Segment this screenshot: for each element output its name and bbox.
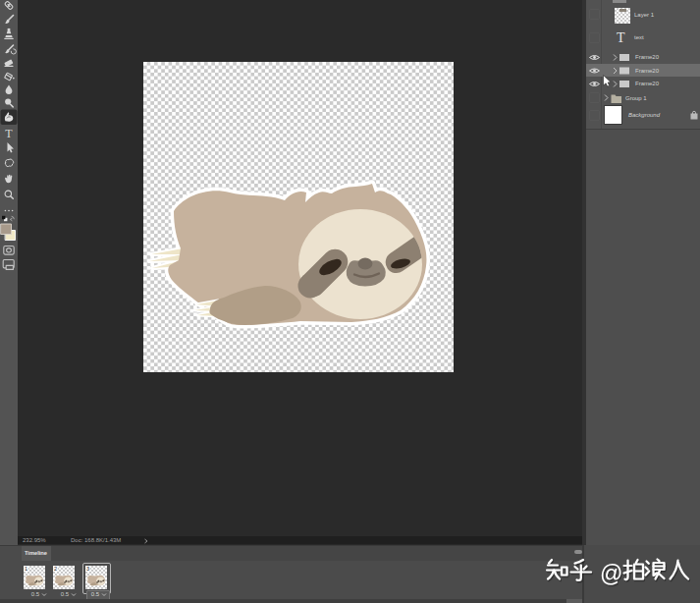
svg-text:@: @ [600,561,622,586]
svg-text:T: T [5,127,13,140]
